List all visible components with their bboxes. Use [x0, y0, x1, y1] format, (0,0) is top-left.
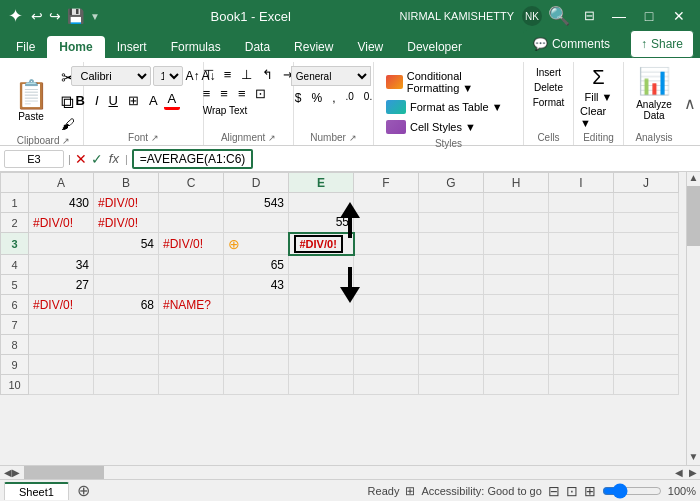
format-cells-button[interactable]: Format: [529, 96, 569, 109]
cell-h7[interactable]: [484, 315, 549, 335]
cell-h1[interactable]: [484, 193, 549, 213]
scroll-down-button[interactable]: ▼: [687, 451, 700, 465]
col-header-j[interactable]: J: [614, 173, 679, 193]
analyze-data-button[interactable]: Analyze Data: [630, 99, 678, 121]
ribbon-collapse-btn[interactable]: ∧: [684, 62, 696, 145]
cell-j3[interactable]: [614, 233, 679, 255]
fill-color-button[interactable]: A: [145, 92, 162, 109]
cell-b6[interactable]: 68: [94, 295, 159, 315]
font-name-select[interactable]: Calibri: [71, 66, 151, 86]
bottom-align-button[interactable]: ⊥: [237, 66, 256, 83]
top-align-button[interactable]: ⊤: [199, 66, 218, 83]
share-button[interactable]: ↑ Share: [630, 30, 694, 58]
cell-f3[interactable]: [354, 233, 419, 255]
cell-b1[interactable]: #DIV/0!: [94, 193, 159, 213]
cell-a6[interactable]: #DIV/0!: [29, 295, 94, 315]
col-header-a[interactable]: A: [29, 173, 94, 193]
cell-f7[interactable]: [354, 315, 419, 335]
cell-j9[interactable]: [614, 355, 679, 375]
cell-a5[interactable]: 27: [29, 275, 94, 295]
cell-f10[interactable]: [354, 375, 419, 395]
undo-button[interactable]: ↩: [29, 6, 45, 26]
cell-h2[interactable]: [484, 213, 549, 233]
middle-align-button[interactable]: ≡: [220, 66, 236, 83]
add-sheet-button[interactable]: ⊕: [73, 481, 94, 500]
merge-center-button[interactable]: ⊡: [251, 85, 270, 102]
cell-c9[interactable]: [159, 355, 224, 375]
col-header-f[interactable]: F: [354, 173, 419, 193]
tab-review[interactable]: Review: [282, 36, 345, 58]
col-header-h[interactable]: H: [484, 173, 549, 193]
font-color-button[interactable]: A: [164, 90, 181, 110]
conditional-formatting-button[interactable]: Conditional Formatting ▼: [380, 68, 517, 96]
increase-font-button[interactable]: A↑: [185, 69, 199, 83]
scroll-left-button[interactable]: ◀: [672, 466, 686, 480]
spreadsheet-scroll[interactable]: A B C D E F G H I J 1: [0, 172, 686, 465]
fill-button[interactable]: Fill ▼: [585, 91, 613, 103]
cell-d1[interactable]: 543: [224, 193, 289, 213]
cell-e4[interactable]: [289, 255, 354, 275]
cell-c4[interactable]: [159, 255, 224, 275]
cell-a10[interactable]: [29, 375, 94, 395]
cell-b9[interactable]: [94, 355, 159, 375]
font-size-select[interactable]: 11: [153, 66, 183, 86]
paste-button[interactable]: 📋 Paste: [8, 66, 55, 133]
tab-view[interactable]: View: [345, 36, 395, 58]
cell-d8[interactable]: [224, 335, 289, 355]
cell-g9[interactable]: [419, 355, 484, 375]
cell-j2[interactable]: [614, 213, 679, 233]
cell-i3[interactable]: [549, 233, 614, 255]
cell-c8[interactable]: [159, 335, 224, 355]
cell-c7[interactable]: [159, 315, 224, 335]
name-box[interactable]: E3: [4, 150, 64, 168]
text-direction-button[interactable]: ↰: [258, 66, 277, 83]
cell-b5[interactable]: [94, 275, 159, 295]
cancel-formula-button[interactable]: ✕: [75, 151, 87, 167]
col-header-e[interactable]: E: [289, 173, 354, 193]
cell-g1[interactable]: [419, 193, 484, 213]
zoom-slider[interactable]: [602, 483, 662, 499]
cell-f8[interactable]: [354, 335, 419, 355]
right-align-button[interactable]: ≡: [234, 85, 250, 102]
view-normal-icon[interactable]: ⊟: [548, 483, 560, 499]
delete-cells-button[interactable]: Delete: [530, 81, 567, 94]
tab-data[interactable]: Data: [233, 36, 282, 58]
col-header-c[interactable]: C: [159, 173, 224, 193]
cell-a2[interactable]: #DIV/0!: [29, 213, 94, 233]
cell-f1[interactable]: [354, 193, 419, 213]
cell-h6[interactable]: [484, 295, 549, 315]
cell-f2[interactable]: [354, 213, 419, 233]
cell-i7[interactable]: [549, 315, 614, 335]
number-format-select[interactable]: General: [291, 66, 371, 86]
cell-b4[interactable]: [94, 255, 159, 275]
cell-a3[interactable]: [29, 233, 94, 255]
insert-cells-button[interactable]: Insert: [532, 66, 565, 79]
cell-c10[interactable]: [159, 375, 224, 395]
col-header-i[interactable]: I: [549, 173, 614, 193]
cell-b8[interactable]: [94, 335, 159, 355]
cell-e7[interactable]: [289, 315, 354, 335]
cell-d6[interactable]: [224, 295, 289, 315]
cell-i4[interactable]: [549, 255, 614, 275]
cell-e2[interactable]: 55: [289, 213, 354, 233]
italic-button[interactable]: I: [91, 92, 103, 109]
cell-f6[interactable]: [354, 295, 419, 315]
tab-formulas[interactable]: Formulas: [159, 36, 233, 58]
cell-i10[interactable]: [549, 375, 614, 395]
cell-a4[interactable]: 34: [29, 255, 94, 275]
comma-button[interactable]: ,: [328, 90, 339, 106]
cell-e6[interactable]: [289, 295, 354, 315]
cell-i2[interactable]: [549, 213, 614, 233]
cell-g8[interactable]: [419, 335, 484, 355]
col-header-d[interactable]: D: [224, 173, 289, 193]
cell-a8[interactable]: [29, 335, 94, 355]
cell-g4[interactable]: [419, 255, 484, 275]
cell-g7[interactable]: [419, 315, 484, 335]
user-avatar[interactable]: NK: [522, 6, 542, 26]
cell-h4[interactable]: [484, 255, 549, 275]
maximize-button[interactable]: □: [636, 6, 662, 26]
cell-j10[interactable]: [614, 375, 679, 395]
cell-j1[interactable]: [614, 193, 679, 213]
cell-c6[interactable]: #NAME?: [159, 295, 224, 315]
cell-h10[interactable]: [484, 375, 549, 395]
